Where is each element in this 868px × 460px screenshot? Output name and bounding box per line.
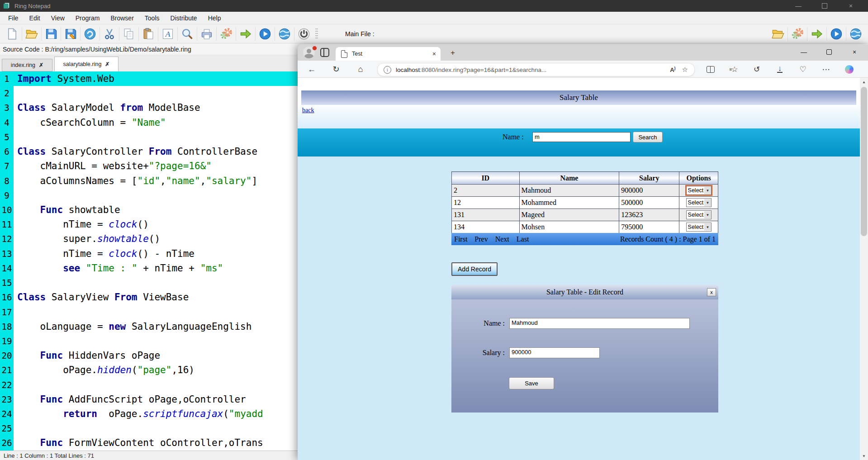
editor-tab-close-icon[interactable]: ✗	[105, 61, 109, 67]
menu-distribute[interactable]: Distribute	[165, 12, 203, 24]
menu-tools[interactable]: Tools	[139, 12, 165, 24]
new-tab-button[interactable]: +	[448, 48, 458, 58]
search-button[interactable]: Search	[633, 132, 663, 142]
downloads-icon[interactable]: ↓	[772, 62, 787, 77]
play-icon[interactable]	[830, 28, 843, 40]
workspaces-icon[interactable]	[320, 48, 329, 57]
options-select[interactable]: Select▼	[686, 186, 711, 195]
options-select[interactable]: Select▼	[686, 198, 711, 207]
address-bar[interactable]: i localhost:8080/index.ring?page=16&part…	[377, 63, 695, 76]
line-number: 21	[0, 363, 14, 377]
select-arrow-icon: ▼	[704, 199, 711, 206]
power-icon[interactable]	[298, 28, 310, 40]
records-count-info: Records Count ( 4 ) : Page 1 of 1	[620, 235, 716, 243]
cut-icon[interactable]	[103, 28, 116, 40]
paste-icon[interactable]	[142, 28, 155, 40]
history-icon[interactable]: ↺	[749, 62, 764, 77]
save-button[interactable]: Save	[509, 377, 554, 389]
copilot-icon[interactable]	[841, 62, 857, 77]
web-globe-icon[interactable]	[278, 28, 291, 40]
page-scrollbar[interactable]: ▲ ▼	[860, 78, 868, 460]
add-record-button[interactable]: Add Record	[451, 262, 498, 276]
open-folder-icon[interactable]	[25, 28, 38, 40]
menu-view[interactable]: View	[46, 12, 70, 24]
reload-icon[interactable]: ↻	[328, 62, 344, 77]
browser-minimize-button[interactable]: —	[793, 44, 814, 59]
line-number: 2	[0, 86, 14, 100]
edit-record-panel: Salary Table - Edit Record x Name : Mahm…	[451, 285, 718, 413]
menu-help[interactable]: Help	[203, 12, 227, 24]
search-input[interactable]: m	[532, 132, 631, 142]
edit-name-input[interactable]: Mahmoud	[509, 318, 690, 329]
pagination-link-next[interactable]: Next	[495, 235, 509, 243]
toolbar-separator	[22, 27, 22, 41]
site-info-icon[interactable]: i	[384, 66, 391, 74]
column-header-salary: Salary	[619, 172, 679, 185]
pagination-link-first[interactable]: First	[454, 235, 467, 243]
find-icon[interactable]	[181, 28, 194, 40]
browser-essentials-icon[interactable]: ♡	[795, 62, 811, 77]
run-arrow-icon[interactable]	[239, 28, 252, 40]
scroll-up-icon[interactable]: ▲	[860, 78, 868, 86]
toolbar-separator	[138, 27, 139, 41]
column-header-name: Name	[519, 172, 619, 185]
notepad-close-button[interactable]: ×	[840, 0, 862, 12]
new-file-icon[interactable]	[6, 28, 19, 40]
line-number: 7	[0, 159, 14, 173]
cell-salary: 123623	[619, 209, 679, 221]
more-options-icon[interactable]: ⋯	[818, 62, 834, 77]
home-icon[interactable]: ⌂	[353, 62, 368, 77]
pagination-link-prev[interactable]: Prev	[474, 235, 488, 243]
url-text[interactable]: localhost:8080/index.ring?page=16&part=1…	[396, 66, 670, 73]
settings-gear-icon[interactable]	[220, 28, 232, 40]
web-globe-icon[interactable]	[849, 28, 862, 40]
back-link[interactable]: back	[302, 107, 314, 114]
editor-tab-close-icon[interactable]: ✗	[39, 62, 43, 68]
notepad-maximize-button[interactable]	[813, 0, 836, 12]
options-select[interactable]: Select▼	[686, 210, 711, 219]
table-row: 2Mahmoud900000Select▼	[452, 185, 718, 197]
menu-program[interactable]: Program	[70, 12, 105, 24]
menu-edit[interactable]: Edit	[24, 12, 46, 24]
read-aloud-icon[interactable]: A)	[670, 66, 675, 73]
open-folder-icon[interactable]	[772, 28, 784, 40]
browser-maximize-button[interactable]	[819, 44, 840, 59]
settings-gear-icon[interactable]	[791, 28, 804, 40]
screen: Ring Notepad — × FileEditViewProgramBrow…	[0, 0, 868, 460]
toolbar-separator	[80, 27, 81, 41]
options-select[interactable]: Select▼	[686, 223, 711, 232]
play-icon[interactable]	[259, 28, 271, 40]
notepad-minimize-button[interactable]: —	[787, 0, 810, 12]
browser-close-button[interactable]: ×	[844, 44, 865, 59]
menu-file[interactable]: File	[3, 12, 24, 24]
column-header-id: ID	[452, 172, 520, 185]
cell-salary: 795000	[619, 221, 679, 233]
pagination-link-last[interactable]: Last	[517, 235, 529, 243]
line-number: 1	[0, 71, 14, 86]
edit-salary-input[interactable]: 900000	[509, 347, 600, 358]
reload-icon[interactable]	[84, 28, 96, 40]
tab-close-icon[interactable]: ×	[432, 50, 436, 57]
editor-tab-index.ring[interactable]: index.ring✗	[2, 59, 52, 71]
back-arrow-icon[interactable]: ←	[304, 62, 319, 77]
font-icon[interactable]: A	[161, 28, 174, 40]
copy-icon[interactable]	[123, 28, 135, 40]
print-icon[interactable]	[200, 28, 213, 40]
favorites-icon[interactable]: ≡☆	[726, 62, 741, 77]
browser-window: Test × + — × ← ↻ ⌂ i localhost:8080/inde…	[298, 44, 868, 460]
browser-tab[interactable]: Test ×	[336, 47, 441, 61]
source-path-label: Source Code : B:/ring/samples/UsingWebLi…	[3, 46, 191, 53]
edit-panel-close-button[interactable]: x	[707, 288, 716, 296]
menu-browser[interactable]: Browser	[105, 12, 139, 24]
save-as-icon[interactable]	[64, 28, 77, 40]
run-arrow-icon[interactable]	[811, 28, 823, 40]
editor-tab-salarytable.ring[interactable]: salarytable.ring✗	[54, 57, 119, 71]
scrollbar-thumb[interactable]	[861, 87, 867, 236]
split-screen-icon[interactable]	[703, 62, 718, 77]
favorite-star-icon[interactable]: ☆	[682, 66, 688, 74]
toolbar-separator	[61, 27, 61, 41]
pagination-bar: FirstPrevNextLastRecords Count ( 4 ) : P…	[451, 233, 718, 245]
save-icon[interactable]	[45, 28, 57, 40]
line-number: 9	[0, 188, 14, 203]
scroll-down-icon[interactable]: ▼	[860, 452, 868, 460]
